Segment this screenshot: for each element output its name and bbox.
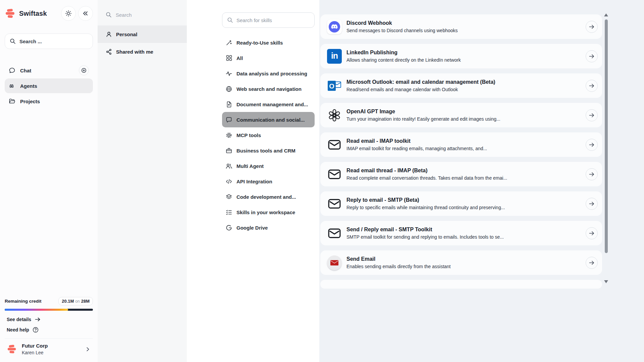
skill-card-outlook[interactable]: O Microsoft Outlook: email and calendar …	[320, 73, 602, 98]
workspace-switcher[interactable]: Futur Corp Karen Lee	[5, 338, 93, 356]
sidebar-search-input[interactable]	[19, 39, 88, 44]
category-business-tools[interactable]: Business tools and CRM	[222, 143, 315, 158]
category-communication[interactable]: Communication and social...	[222, 112, 315, 127]
futur-corp-logo-icon	[7, 345, 17, 354]
swiftask-logo-icon	[5, 9, 16, 18]
org-name: Futur Corp	[22, 343, 48, 349]
need-help-link[interactable]: Need help	[5, 327, 93, 333]
scope-search[interactable]	[98, 4, 187, 25]
sidebar-item-label: Projects	[20, 99, 40, 104]
skill-card-openai-gpt-image[interactable]: OpenAI GPT Image Turn your imagination i…	[320, 103, 602, 127]
send-email-icon	[327, 255, 342, 270]
category-multi-agent[interactable]: Multi Agent	[222, 158, 315, 174]
skill-title: OpenAI GPT Image	[346, 109, 500, 115]
category-label: Ready-to-Use skills	[236, 40, 283, 46]
category-label: API Integration	[236, 179, 272, 184]
layers-icon	[226, 194, 232, 200]
skills-search-input[interactable]	[236, 17, 310, 23]
category-label: Business tools and CRM	[236, 148, 296, 154]
skill-title: Read email thread - IMAP (Beta)	[346, 168, 507, 174]
sidebar-item-projects[interactable]: Projects	[5, 94, 93, 109]
open-skill-button[interactable]	[586, 21, 598, 33]
skill-title: Discord Webhook	[346, 20, 458, 26]
theme-toggle-button[interactable]	[61, 6, 76, 21]
sun-icon	[65, 10, 72, 17]
help-circle-icon	[33, 327, 39, 333]
openai-icon	[327, 108, 342, 123]
chevrons-left-icon	[82, 10, 89, 17]
category-data-analysis[interactable]: Data analysis and processing	[222, 66, 315, 81]
envelope-icon	[327, 167, 342, 182]
arrow-right-icon	[589, 53, 595, 59]
sidebar-search[interactable]	[5, 34, 93, 49]
checklist-icon	[226, 209, 232, 216]
category-label: All	[236, 55, 243, 61]
credit-progress-fill	[5, 309, 68, 311]
see-details-link[interactable]: See details	[5, 316, 93, 322]
scope-item-shared[interactable]: Shared with me	[98, 43, 187, 60]
skill-title: Send / Reply email - SMTP Toolkit	[346, 227, 504, 233]
scope-item-personal[interactable]: Personal	[98, 25, 187, 43]
category-ready-to-use[interactable]: Ready-to-Use skills	[222, 35, 315, 50]
brand-row: Swiftask	[5, 5, 93, 21]
category-all[interactable]: All	[222, 50, 315, 66]
svg-text:O: O	[329, 82, 334, 89]
remaining-credit-label: Remaining credit	[5, 299, 42, 304]
search-icon	[227, 17, 233, 23]
scroll-down-arrow-icon[interactable]	[604, 280, 608, 283]
gear-icon	[226, 132, 232, 138]
skill-description: IMAP email toolkit for reading emails, m…	[346, 146, 487, 151]
category-api-integration[interactable]: API Integration	[222, 174, 315, 189]
skill-card-read-email-thread[interactable]: Read email thread - IMAP (Beta) Read com…	[320, 162, 602, 186]
collapse-sidebar-button[interactable]	[78, 6, 93, 21]
open-skill-button[interactable]	[586, 139, 598, 151]
magic-wand-icon	[226, 40, 232, 46]
skill-card-reply-to-email[interactable]: Reply to email - SMTP (Beta) Reply to sp…	[320, 191, 602, 216]
share-icon	[106, 49, 112, 55]
chevron-right-icon	[85, 346, 91, 352]
scroll-up-arrow-icon[interactable]	[604, 13, 608, 16]
category-mcp-tools[interactable]: MCP tools	[222, 127, 315, 143]
open-skill-button[interactable]	[586, 168, 598, 180]
skill-card-linkedin-publishing[interactable]: in LinkedIn Publishing Allows sharing co…	[320, 44, 602, 68]
arrow-right-icon	[589, 112, 595, 118]
category-web-search[interactable]: Web search and navigation	[222, 81, 315, 97]
scope-search-input[interactable]	[116, 12, 182, 18]
users-icon	[226, 163, 232, 169]
brand[interactable]: Swiftask	[5, 9, 47, 18]
grid-icon	[226, 55, 232, 61]
skill-card-discord-webhook[interactable]: Discord Webhook Send messages to Discord…	[320, 14, 602, 39]
open-skill-button[interactable]	[586, 227, 598, 239]
skill-card-send-reply-smtp[interactable]: Send / Reply email - SMTP Toolkit SMTP e…	[320, 221, 602, 245]
open-skill-button[interactable]	[586, 50, 598, 62]
file-up-icon	[226, 101, 232, 108]
category-code-development[interactable]: Code development and...	[222, 189, 315, 204]
skill-card-read-email-imap[interactable]: Read email - IMAP toolkit IMAP email too…	[320, 132, 602, 157]
skill-description: Read/send emails and manage calendar wit…	[346, 87, 495, 92]
agents-glasses-icon	[9, 82, 15, 89]
skill-title: Send Email	[346, 256, 450, 262]
plus-circle-icon	[82, 68, 86, 73]
skills-search[interactable]	[222, 12, 315, 28]
person-icon	[106, 31, 112, 38]
category-document-management[interactable]: Document management and...	[222, 97, 315, 112]
open-skill-button[interactable]	[586, 80, 598, 92]
skill-description: SMTP email toolkit for sending and reply…	[346, 234, 504, 240]
open-skill-button[interactable]	[586, 198, 598, 210]
skill-card-send-email[interactable]: Send Email Enables sending emails direct…	[320, 250, 602, 275]
category-workspace-skills[interactable]: Skills in your workspace	[222, 204, 315, 220]
credit-total-value: 28M	[81, 299, 90, 304]
outlook-icon: O	[327, 78, 342, 93]
new-chat-button[interactable]	[79, 65, 89, 75]
category-google-drive[interactable]: Google Drive	[222, 220, 315, 235]
open-skill-button[interactable]	[586, 257, 598, 269]
scrollbar-thumb[interactable]	[605, 19, 608, 253]
sidebar-item-chat[interactable]: Chat	[5, 63, 93, 78]
google-g-icon	[226, 225, 232, 231]
category-label: Document management and...	[236, 102, 308, 107]
credit-separator: on	[75, 299, 79, 304]
scope-item-label: Shared with me	[116, 49, 153, 55]
open-skill-button[interactable]	[586, 109, 598, 121]
sidebar-item-agents[interactable]: Agents	[5, 78, 93, 93]
scope-item-label: Personal	[116, 32, 137, 37]
